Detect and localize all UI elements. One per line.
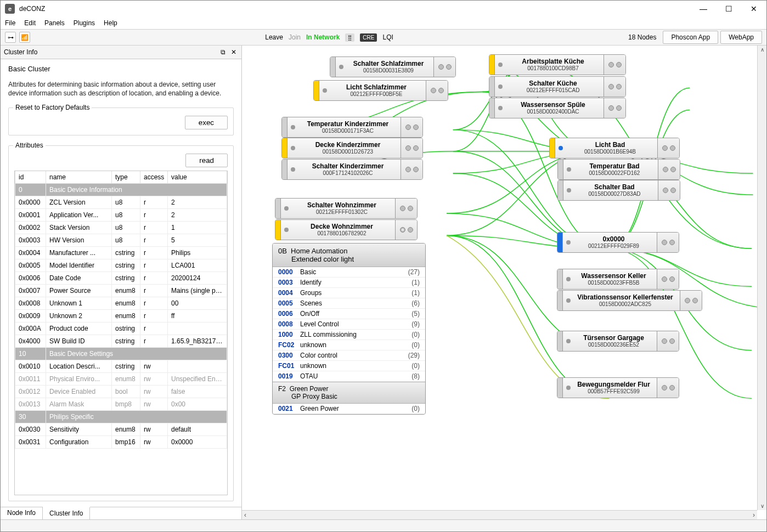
menu-panels[interactable]: Panels: [44, 19, 65, 27]
cluster-row[interactable]: 0006On/Off(5): [273, 309, 425, 319]
table-row[interactable]: 0x0030Sensitivityenum8rwdefault: [15, 423, 227, 436]
tab-cluster-info[interactable]: Cluster Info: [43, 507, 90, 519]
network-node[interactable]: Schalter Wohnzimmer 00212EFFFF01302C: [275, 198, 418, 219]
table-row[interactable]: 0x0031Configurationbmp16rw0x0000: [15, 436, 227, 449]
node-endpoint-box[interactable]: [401, 117, 422, 137]
node-endpoint-box[interactable]: [604, 77, 625, 97]
table-row[interactable]: 0x0007Power Sourceenum8rMains (single ph…: [15, 285, 227, 297]
node-endpoint-box[interactable]: [433, 57, 455, 77]
node-endpoint-box[interactable]: [401, 138, 422, 158]
table-row[interactable]: 0x0013Alarm Maskbmp8rw0x00: [15, 398, 227, 411]
node-endpoint-box[interactable]: [426, 81, 448, 100]
network-node[interactable]: Decke Kinderzimmer 00158D0001D26723: [281, 138, 423, 159]
exec-button[interactable]: exec: [185, 116, 228, 129]
webapp-button[interactable]: WebApp: [720, 31, 762, 44]
node-endpoint-box[interactable]: [657, 138, 679, 158]
node-endpoint-box[interactable]: [604, 55, 625, 75]
node-endpoint-box[interactable]: [395, 220, 417, 240]
canvas-scrollbar-vertical[interactable]: ∧ ∨: [757, 46, 766, 510]
read-button[interactable]: read: [185, 154, 228, 167]
phoscon-button[interactable]: Phoscon App: [663, 31, 718, 44]
network-node[interactable]: Wassersensor Keller 00158D00023FFB5B: [557, 269, 679, 290]
network-node[interactable]: Türsensor Gargage 00158D000236EE52: [557, 331, 679, 352]
network-node[interactable]: Schalter Bad 00158D00027D83AD: [557, 180, 680, 201]
col-access[interactable]: access: [140, 171, 168, 184]
menu-file[interactable]: File: [5, 19, 15, 27]
network-node[interactable]: Schalter Küche 00212EFFFF015CAD: [489, 76, 626, 97]
network-node[interactable]: Wassersensor Spüle 00158D0002400DAC: [489, 98, 626, 118]
col-id[interactable]: id: [15, 171, 46, 184]
table-row[interactable]: 0x0002Stack Versionu8r1: [15, 222, 227, 234]
lqi-label[interactable]: LQI: [382, 33, 393, 41]
cluster-row[interactable]: FC02unknown(0): [273, 340, 425, 350]
network-node[interactable]: Vibrationssensor Kellerfenster 00158D000…: [557, 290, 702, 311]
cluster-row[interactable]: 0021Green Power(0): [273, 404, 425, 414]
node-endpoint-box[interactable]: [658, 180, 680, 200]
table-row[interactable]: 0x4000SW Build IDcstringr1.65.9_hB3217DF…: [15, 335, 227, 348]
signal-icon[interactable]: 📶: [19, 32, 30, 43]
panel-close-icon[interactable]: ✕: [229, 48, 238, 56]
network-node[interactable]: Arbeitsplatte Küche 0017880100CD98B7: [489, 54, 626, 75]
canvas-scrollbar-horizontal[interactable]: ‹›: [242, 510, 757, 519]
node-count: 18 Nodes: [628, 33, 656, 41]
window-title: deCONZ: [19, 5, 45, 13]
cluster-row[interactable]: 0005Scenes(6): [273, 298, 425, 309]
network-node[interactable]: Schalter Kinderzimmer 000F17124102026C: [281, 159, 423, 180]
table-row[interactable]: 0x0000ZCL Versionu8r2: [15, 196, 227, 209]
cluster-row[interactable]: 0004Groups(1): [273, 288, 425, 298]
network-node[interactable]: 0x0000 00212EFFFF029F89: [557, 232, 679, 253]
cluster-row[interactable]: 1000ZLL commissioning(0): [273, 330, 425, 340]
node-endpoint-box[interactable]: [657, 233, 679, 252]
node-endpoint-box[interactable]: [604, 98, 625, 118]
table-row[interactable]: 0x0003HW Versionu8r5: [15, 234, 227, 247]
table-row[interactable]: 0x0008Unknown 1enum8r00: [15, 297, 227, 310]
leave-button[interactable]: Leave: [265, 33, 283, 41]
node-endpoint-box[interactable]: [657, 378, 679, 398]
node-endpoint-box[interactable]: [401, 160, 422, 179]
panel-popout-icon[interactable]: ⧉: [218, 48, 227, 56]
cluster-row[interactable]: 0008Level Control(9): [273, 319, 425, 330]
network-canvas[interactable]: 0B Home Automation Extended color light0…: [242, 46, 766, 519]
node-name: Temperatur Kinderzimmer: [298, 121, 397, 128]
network-node[interactable]: Licht Schlafzimmer 00212EFFFF00BF5E: [313, 80, 448, 101]
table-row[interactable]: 0x0005Model IdentifiercstringrLCA001: [15, 259, 227, 272]
node-endpoint-box[interactable]: [657, 269, 679, 289]
cre-badge[interactable]: CRE: [360, 33, 377, 42]
table-row[interactable]: 0x0001Application Ver...u8r2: [15, 209, 227, 222]
node-endpoint-box[interactable]: [680, 291, 702, 310]
tab-node-info[interactable]: Node Info: [1, 507, 43, 519]
node-endpoint-box[interactable]: [395, 199, 417, 218]
connect-icon[interactable]: ⊶: [5, 32, 16, 43]
node-endpoint-box[interactable]: [658, 160, 680, 179]
table-row[interactable]: 0x0011Physical Enviro...enum8rwUnspecifi…: [15, 373, 227, 386]
col-name[interactable]: name: [46, 171, 112, 184]
col-type[interactable]: type: [112, 171, 140, 184]
node-endpoint-box[interactable]: [657, 331, 679, 351]
maximize-button[interactable]: ☐: [716, 1, 741, 17]
table-row[interactable]: 0x0004Manufacturer ...cstringrPhilips: [15, 247, 227, 259]
network-node[interactable]: Licht Bad 00158D0001B6E94B: [549, 138, 680, 159]
table-row[interactable]: 0x0010Location Descri...cstringrw: [15, 360, 227, 373]
network-node[interactable]: Temperatur Bad 00158D00022FD162: [557, 159, 680, 180]
menu-edit[interactable]: Edit: [24, 19, 36, 27]
table-row[interactable]: 0x000AProduct codeostringr: [15, 322, 227, 335]
close-button[interactable]: ✕: [741, 1, 766, 17]
cluster-row[interactable]: 0300Color control(29): [273, 350, 425, 361]
network-node[interactable]: Decke Wohnzimmer 0017880106782902: [275, 219, 418, 240]
table-row[interactable]: 0x0006Date Codecstringr20200124: [15, 272, 227, 285]
network-node[interactable]: Bewegungsmelder Flur 000B57FFFE92C599: [557, 377, 679, 398]
cluster-row[interactable]: 0000Basic(27): [273, 267, 425, 278]
cluster-row[interactable]: 0019OTAU(8): [273, 371, 425, 382]
table-row[interactable]: 0x0012Device Enabledboolrwfalse: [15, 386, 227, 398]
cluster-row[interactable]: 0003Identify(1): [273, 278, 425, 288]
join-button[interactable]: Join: [289, 33, 301, 41]
menu-help[interactable]: Help: [104, 19, 117, 27]
network-node[interactable]: Schalter Schlafzimmer 00158D00031E3809: [330, 56, 456, 77]
cluster-row[interactable]: FC01unknown(0): [273, 361, 425, 371]
node-status-dot: [291, 167, 295, 172]
table-row[interactable]: 0x0009Unknown 2enum8rff: [15, 310, 227, 322]
minimize-button[interactable]: —: [691, 1, 716, 17]
col-value[interactable]: value: [168, 171, 227, 184]
network-node[interactable]: Temperatur Kinderzimmer 00158D000171F3AC: [281, 117, 423, 138]
menu-plugins[interactable]: Plugins: [74, 19, 95, 27]
